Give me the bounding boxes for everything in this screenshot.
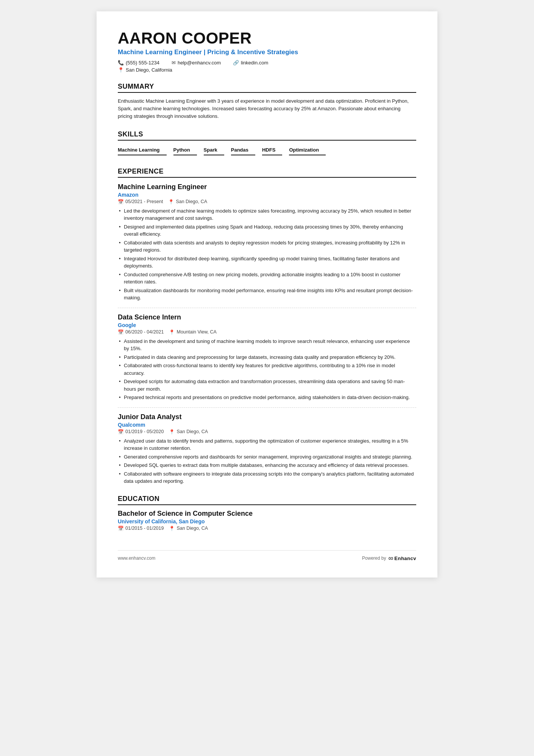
location-text: San Diego, California [126,67,172,73]
location-icon: 📍 [168,199,174,205]
bullet-item: Developed SQL queries to extract data fr… [118,462,416,469]
edu-school-0: University of California, San Diego [118,518,416,524]
footer-powered: Powered by ∞ Enhancv [362,554,416,562]
phone-number: (555) 555-1234 [126,60,159,66]
experience-section: EXPERIENCE Machine Learning EngineerAmaz… [118,167,416,485]
resume-page: AARON COOPER Machine Learning Engineer |… [97,11,437,578]
email-address: help@enhancv.com [178,60,221,66]
job-date-2: 📅 01/2019 - 05/2020 [118,429,164,435]
edu-date-0: 📅 01/2015 - 01/2019 [118,526,164,531]
job-date-0: 📅 05/2021 - Present [118,199,163,205]
bullet-item: Analyzed user data to identify trends an… [118,437,416,452]
email-contact: ✉ help@enhancv.com [172,60,221,66]
calendar-icon: 📅 [118,429,124,435]
skill-item: Optimization [289,145,326,155]
skill-item: Pandas [231,145,255,155]
education-title: EDUCATION [118,495,416,505]
skill-item: HDFS [262,145,282,155]
company-name-2: Qualcomm [118,422,416,428]
skill-item: Machine Learning [118,145,167,155]
job-bullets-2: Analyzed user data to identify trends an… [118,437,416,485]
bullet-item: Collaborated with cross-functional teams… [118,362,416,377]
location-icon: 📍 [169,329,175,335]
job-bullets-0: Led the development of machine learning … [118,207,416,302]
phone-icon: 📞 [118,60,124,66]
summary-text: Enthusiastic Machine Learning Engineer w… [118,97,416,120]
job-location-2: 📍 San Diego, CA [169,429,208,435]
exp-divider [118,407,416,408]
exp-meta-2: 📅 01/2019 - 05/2020 📍 San Diego, CA [118,429,416,435]
enhancv-logo-icon: ∞ [388,554,393,562]
bullet-item: Led the development of machine learning … [118,207,416,222]
full-name: AARON COOPER [118,30,416,47]
footer-url: www.enhancv.com [118,556,155,561]
education-list: Bachelor of Science in Computer ScienceU… [118,510,416,531]
skills-title: SKILLS [118,130,416,141]
linkedin-url: linkedin.com [241,60,268,66]
header: AARON COOPER Machine Learning Engineer |… [118,30,416,73]
bullet-item: Designed and implemented data pipelines … [118,223,416,238]
skills-section: SKILLS Machine LearningPythonSparkPandas… [118,130,416,158]
bullet-item: Generated comprehensive reports and dash… [118,453,416,461]
bullet-item: Built visualization dashboards for monit… [118,287,416,302]
summary-title: SUMMARY [118,83,416,93]
job-title-0: Machine Learning Engineer [118,183,416,191]
bullet-item: Conducted comprehensive A/B testing on n… [118,271,416,286]
job-bullets-1: Assisted in the development and tuning o… [118,338,416,401]
calendar-icon: 📅 [118,199,124,205]
location-row: 📍 San Diego, California [118,67,416,73]
job-title-1: Data Science Intern [118,313,416,321]
calendar-icon: 📅 [118,526,124,531]
education-section: EDUCATION Bachelor of Science in Compute… [118,495,416,531]
jobs-list: Machine Learning EngineerAmazon 📅 05/202… [118,183,416,485]
skills-row: Machine LearningPythonSparkPandasHDFSOpt… [118,145,416,158]
job-location-0: 📍 San Diego, CA [168,199,207,205]
job-title-2: Junior Data Analyst [118,413,416,421]
skill-item: Spark [204,145,224,155]
bullet-item: Collaborated with data scientists and an… [118,239,416,254]
bullet-item: Participated in data cleaning and prepro… [118,354,416,361]
contact-row: 📞 (555) 555-1234 ✉ help@enhancv.com 🔗 li… [118,60,416,66]
exp-meta-0: 📅 05/2021 - Present 📍 San Diego, CA [118,199,416,205]
phone-contact: 📞 (555) 555-1234 [118,60,159,66]
job-location-1: 📍 Mountain View, CA [169,329,216,335]
exp-meta-1: 📅 06/2020 - 04/2021 📍 Mountain View, CA [118,329,416,335]
job-title: Machine Learning Engineer | Pricing & In… [118,49,416,56]
enhancv-logo: ∞ Enhancv [388,554,416,562]
location-icon: 📍 [169,526,175,531]
summary-section: SUMMARY Enthusiastic Machine Learning En… [118,83,416,120]
experience-title: EXPERIENCE [118,167,416,178]
job-date-1: 📅 06/2020 - 04/2021 [118,329,164,335]
location-icon: 📍 [169,429,175,435]
enhancv-brand: Enhancv [394,556,416,561]
edu-meta-0: 📅 01/2015 - 01/2019 📍 San Diego, CA [118,526,416,531]
linkedin-contact: 🔗 linkedin.com [233,60,268,66]
company-name-1: Google [118,322,416,328]
powered-by-label: Powered by [362,556,386,561]
footer: www.enhancv.com Powered by ∞ Enhancv [118,550,416,562]
edu-degree-0: Bachelor of Science in Computer Science [118,510,416,518]
linkedin-icon: 🔗 [233,60,239,66]
edu-location-0: 📍 San Diego, CA [169,526,208,531]
company-name-0: Amazon [118,192,416,198]
bullet-item: Prepared technical reports and presentat… [118,394,416,401]
exp-divider [118,308,416,308]
bullet-item: Assisted in the development and tuning o… [118,338,416,352]
location-icon: 📍 [118,67,124,73]
bullet-item: Developed scripts for automating data ex… [118,378,416,393]
bullet-item: Collaborated with software engineers to … [118,470,416,485]
calendar-icon: 📅 [118,329,124,335]
bullet-item: Integrated Horovod for distributed deep … [118,255,416,270]
skill-item: Python [173,145,197,155]
email-icon: ✉ [172,60,176,66]
